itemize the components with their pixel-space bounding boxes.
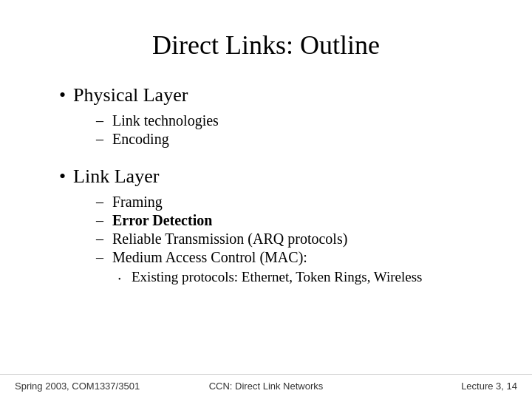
medium-access-text: Medium Access Control (MAC): (112, 249, 307, 266)
physical-layer-section: • Physical Layer – Link technologies – E… (59, 84, 488, 148)
physical-layer-bullet: • Physical Layer (59, 84, 488, 106)
existing-protocols-item: • Existing protocols: Ethernet, Token Ri… (118, 269, 488, 285)
error-detection-text: Error Detection (112, 212, 212, 229)
footer-center: CCN: Direct Link Networks (183, 381, 350, 392)
reliable-transmission-item: – Reliable Transmission (ARQ protocols) (96, 231, 488, 248)
encoding-item: – Encoding (96, 131, 488, 148)
physical-layer-label: Physical Layer (73, 84, 188, 106)
physical-layer-subitems: – Link technologies – Encoding (59, 112, 488, 148)
footer-left: Spring 2003, COM1337/3501 (15, 381, 183, 392)
bullet-dot-1: • (59, 84, 66, 106)
nested-protocols: • Existing protocols: Ethernet, Token Ri… (96, 269, 488, 285)
framing-item: – Framing (96, 194, 488, 211)
link-layer-section: • Link Layer – Framing – Error Detection… (59, 166, 488, 285)
footer-right: Lecture 3, 14 (349, 381, 517, 392)
reliable-transmission-text: Reliable Transmission (ARQ protocols) (112, 231, 347, 248)
link-layer-bullet: • Link Layer (59, 166, 488, 188)
sub-bullet-dot: • (118, 275, 126, 283)
dash-6: – (96, 249, 106, 266)
slide-footer: Spring 2003, COM1337/3501 CCN: Direct Li… (0, 374, 532, 399)
link-layer-subitems: – Framing – Error Detection – Reliable T… (59, 194, 488, 285)
slide-container: Direct Links: Outline • Physical Layer –… (0, 0, 532, 399)
link-technologies-text: Link technologies (112, 112, 219, 129)
link-technologies-item: – Link technologies (96, 112, 488, 129)
medium-access-item: – Medium Access Control (MAC): (96, 249, 488, 266)
error-detection-item: – Error Detection (96, 212, 488, 229)
framing-text: Framing (112, 194, 163, 211)
encoding-text: Encoding (112, 131, 169, 148)
dash-2: – (96, 131, 106, 148)
content-area: • Physical Layer – Link technologies – E… (44, 84, 488, 384)
link-layer-label: Link Layer (73, 166, 159, 188)
bullet-dot-2: • (59, 166, 66, 188)
existing-protocols-text: Existing protocols: Ethernet, Token Ring… (132, 269, 423, 285)
dash-4: – (96, 212, 106, 229)
dash-3: – (96, 194, 106, 211)
slide-title: Direct Links: Outline (44, 30, 488, 61)
dash-5: – (96, 231, 106, 248)
dash-1: – (96, 112, 106, 129)
